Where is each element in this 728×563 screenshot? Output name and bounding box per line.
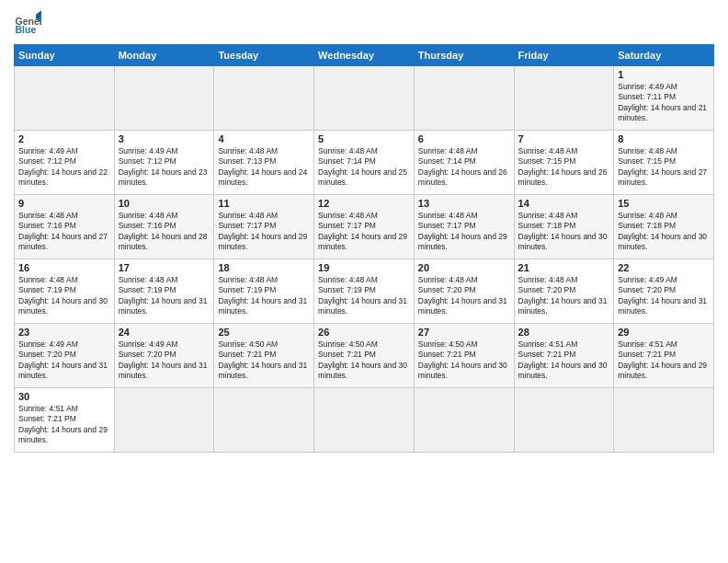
- table-row: 8Sunrise: 4:48 AM Sunset: 7:15 PM Daylig…: [614, 131, 714, 195]
- logo: General Blue: [14, 9, 45, 37]
- calendar-week-row: 2Sunrise: 4:49 AM Sunset: 7:12 PM Daylig…: [15, 131, 714, 195]
- table-row: 11Sunrise: 4:48 AM Sunset: 7:17 PM Dayli…: [214, 195, 314, 259]
- col-saturday: Saturday: [614, 45, 714, 66]
- day-number: 18: [218, 262, 310, 273]
- calendar-week-row: 16Sunrise: 4:48 AM Sunset: 7:19 PM Dayli…: [15, 259, 714, 324]
- day-detail-text: Sunrise: 4:48 AM Sunset: 7:14 PM Dayligh…: [418, 146, 510, 189]
- table-row: 30Sunrise: 4:51 AM Sunset: 7:21 PM Dayli…: [15, 388, 115, 453]
- col-sunday: Sunday: [15, 45, 115, 66]
- calendar-table: Sunday Monday Tuesday Wednesday Thursday…: [14, 44, 714, 453]
- day-number: 2: [18, 133, 110, 144]
- day-detail-text: Sunrise: 4:48 AM Sunset: 7:19 PM Dayligh…: [218, 275, 310, 317]
- table-row: [114, 388, 214, 453]
- table-row: 28Sunrise: 4:51 AM Sunset: 7:21 PM Dayli…: [514, 324, 614, 388]
- table-row: 7Sunrise: 4:48 AM Sunset: 7:15 PM Daylig…: [514, 131, 614, 195]
- calendar-week-row: 23Sunrise: 4:49 AM Sunset: 7:20 PM Dayli…: [15, 324, 714, 388]
- day-detail-text: Sunrise: 4:49 AM Sunset: 7:20 PM Dayligh…: [618, 275, 710, 317]
- table-row: 18Sunrise: 4:48 AM Sunset: 7:19 PM Dayli…: [214, 259, 314, 324]
- table-row: 14Sunrise: 4:48 AM Sunset: 7:18 PM Dayli…: [514, 195, 614, 259]
- table-row: 16Sunrise: 4:48 AM Sunset: 7:19 PM Dayli…: [15, 259, 115, 324]
- day-number: 11: [218, 198, 310, 209]
- day-detail-text: Sunrise: 4:48 AM Sunset: 7:14 PM Dayligh…: [318, 146, 410, 189]
- table-row: 4Sunrise: 4:48 AM Sunset: 7:13 PM Daylig…: [214, 131, 314, 195]
- table-row: 2Sunrise: 4:49 AM Sunset: 7:12 PM Daylig…: [15, 131, 115, 195]
- day-detail-text: Sunrise: 4:51 AM Sunset: 7:21 PM Dayligh…: [518, 339, 610, 382]
- header: General Blue: [14, 9, 714, 37]
- col-tuesday: Tuesday: [214, 45, 314, 66]
- day-number: 1: [618, 69, 710, 80]
- day-detail-text: Sunrise: 4:50 AM Sunset: 7:21 PM Dayligh…: [418, 339, 510, 382]
- day-detail-text: Sunrise: 4:49 AM Sunset: 7:20 PM Dayligh…: [119, 339, 210, 382]
- day-number: 29: [618, 327, 710, 338]
- table-row: 12Sunrise: 4:48 AM Sunset: 7:17 PM Dayli…: [314, 195, 415, 259]
- day-detail-text: Sunrise: 4:48 AM Sunset: 7:15 PM Dayligh…: [518, 146, 610, 189]
- day-number: 16: [18, 262, 110, 273]
- day-detail-text: Sunrise: 4:49 AM Sunset: 7:20 PM Dayligh…: [18, 339, 110, 382]
- day-detail-text: Sunrise: 4:51 AM Sunset: 7:21 PM Dayligh…: [618, 339, 710, 382]
- day-number: 24: [119, 327, 210, 338]
- calendar-week-row: 30Sunrise: 4:51 AM Sunset: 7:21 PM Dayli…: [15, 388, 714, 453]
- col-monday: Monday: [114, 45, 214, 66]
- table-row: [314, 388, 415, 453]
- day-number: 8: [618, 133, 710, 144]
- day-number: 4: [218, 133, 310, 144]
- logo-icon: General Blue: [14, 9, 41, 37]
- table-row: 5Sunrise: 4:48 AM Sunset: 7:14 PM Daylig…: [314, 131, 415, 195]
- table-row: 10Sunrise: 4:48 AM Sunset: 7:16 PM Dayli…: [114, 195, 214, 259]
- day-number: 7: [518, 133, 610, 144]
- table-row: 17Sunrise: 4:48 AM Sunset: 7:19 PM Dayli…: [114, 259, 214, 324]
- table-row: [214, 66, 314, 131]
- day-number: 5: [318, 133, 410, 144]
- col-thursday: Thursday: [414, 45, 514, 66]
- table-row: [114, 66, 214, 131]
- day-detail-text: Sunrise: 4:48 AM Sunset: 7:18 PM Dayligh…: [518, 211, 610, 253]
- day-number: 6: [418, 133, 510, 144]
- table-row: 1Sunrise: 4:49 AM Sunset: 7:11 PM Daylig…: [614, 66, 714, 131]
- day-detail-text: Sunrise: 4:48 AM Sunset: 7:17 PM Dayligh…: [418, 211, 510, 253]
- table-row: 21Sunrise: 4:48 AM Sunset: 7:20 PM Dayli…: [514, 259, 614, 324]
- table-row: [314, 66, 415, 131]
- day-number: 13: [418, 198, 510, 209]
- day-number: 20: [418, 262, 510, 273]
- day-number: 23: [18, 327, 110, 338]
- table-row: 25Sunrise: 4:50 AM Sunset: 7:21 PM Dayli…: [214, 324, 314, 388]
- day-number: 30: [18, 391, 110, 402]
- table-row: 3Sunrise: 4:49 AM Sunset: 7:12 PM Daylig…: [114, 131, 214, 195]
- day-number: 3: [119, 133, 210, 144]
- table-row: 9Sunrise: 4:48 AM Sunset: 7:16 PM Daylig…: [15, 195, 115, 259]
- day-detail-text: Sunrise: 4:50 AM Sunset: 7:21 PM Dayligh…: [318, 339, 410, 382]
- day-number: 27: [418, 327, 510, 338]
- table-row: [514, 388, 614, 453]
- day-detail-text: Sunrise: 4:48 AM Sunset: 7:19 PM Dayligh…: [119, 275, 210, 317]
- table-row: 19Sunrise: 4:48 AM Sunset: 7:19 PM Dayli…: [314, 259, 415, 324]
- table-row: [614, 388, 714, 453]
- col-friday: Friday: [514, 45, 614, 66]
- table-row: 13Sunrise: 4:48 AM Sunset: 7:17 PM Dayli…: [414, 195, 514, 259]
- day-number: 19: [318, 262, 410, 273]
- table-row: [514, 66, 614, 131]
- calendar-header-row: Sunday Monday Tuesday Wednesday Thursday…: [15, 45, 714, 66]
- day-detail-text: Sunrise: 4:48 AM Sunset: 7:16 PM Dayligh…: [18, 211, 110, 253]
- day-detail-text: Sunrise: 4:50 AM Sunset: 7:21 PM Dayligh…: [218, 339, 310, 382]
- day-number: 15: [618, 198, 710, 209]
- day-number: 12: [318, 198, 410, 209]
- day-number: 28: [518, 327, 610, 338]
- day-detail-text: Sunrise: 4:48 AM Sunset: 7:19 PM Dayligh…: [18, 275, 110, 317]
- table-row: [214, 388, 314, 453]
- day-detail-text: Sunrise: 4:48 AM Sunset: 7:20 PM Dayligh…: [418, 275, 510, 317]
- day-detail-text: Sunrise: 4:48 AM Sunset: 7:20 PM Dayligh…: [518, 275, 610, 317]
- day-detail-text: Sunrise: 4:49 AM Sunset: 7:12 PM Dayligh…: [119, 146, 210, 189]
- table-row: 20Sunrise: 4:48 AM Sunset: 7:20 PM Dayli…: [414, 259, 514, 324]
- day-number: 17: [119, 262, 210, 273]
- day-number: 26: [318, 327, 410, 338]
- calendar-week-row: 9Sunrise: 4:48 AM Sunset: 7:16 PM Daylig…: [15, 195, 714, 259]
- table-row: [414, 66, 514, 131]
- table-row: 6Sunrise: 4:48 AM Sunset: 7:14 PM Daylig…: [414, 131, 514, 195]
- calendar-week-row: 1Sunrise: 4:49 AM Sunset: 7:11 PM Daylig…: [15, 66, 714, 131]
- table-row: [15, 66, 115, 131]
- day-number: 22: [618, 262, 710, 273]
- day-number: 25: [218, 327, 310, 338]
- day-detail-text: Sunrise: 4:49 AM Sunset: 7:12 PM Dayligh…: [18, 146, 110, 189]
- day-detail-text: Sunrise: 4:48 AM Sunset: 7:17 PM Dayligh…: [318, 211, 410, 253]
- table-row: 15Sunrise: 4:48 AM Sunset: 7:18 PM Dayli…: [614, 195, 714, 259]
